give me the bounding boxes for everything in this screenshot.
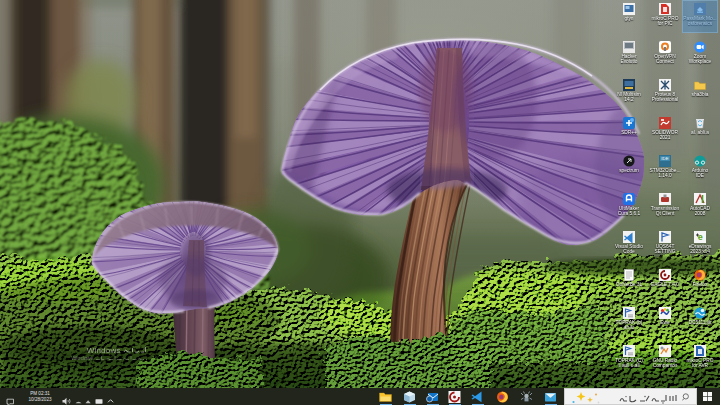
svg-text:e: e <box>698 232 703 242</box>
svg-text:IDE: IDE <box>661 156 668 161</box>
